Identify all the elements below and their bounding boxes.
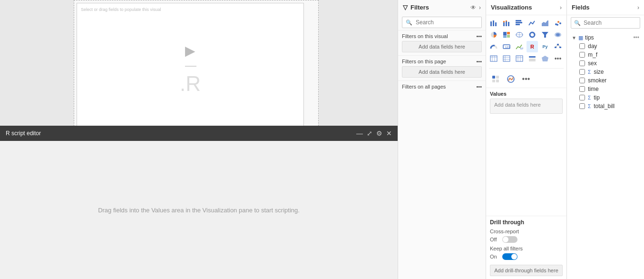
viz-funnel-icon[interactable] [539, 29, 551, 40]
svg-rect-5 [506, 21, 507, 26]
filter-section-all-header: Filters on all pages ••• [402, 84, 482, 90]
svg-rect-7 [508, 22, 509, 26]
svg-rect-19 [507, 35, 510, 38]
viz-treemap-icon[interactable] [501, 29, 512, 40]
fields-search-icon: 🔍 [574, 20, 581, 26]
drill-keep-filters-toggle[interactable] [502, 253, 517, 260]
viz-column-chart-icon[interactable] [514, 17, 525, 29]
viz-header: Visualizations › [486, 0, 566, 15]
svg-line-35 [556, 45, 558, 47]
svg-rect-50 [529, 59, 536, 60]
fields-checkbox-mf[interactable] [579, 52, 585, 58]
viz-matrix-icon[interactable] [501, 53, 512, 64]
filter-visual-add-btn[interactable]: Add data fields here [402, 41, 482, 52]
fields-group-name: tips [585, 34, 594, 41]
drill-off-label: Off [490, 237, 500, 242]
viz-values-drop[interactable]: Add data fields here [490, 99, 563, 114]
r-editor-bar-right: — ⤢ ⚙ ✕ [356, 130, 392, 137]
fields-group-menu[interactable]: ••• [633, 34, 639, 41]
svg-rect-49 [529, 56, 536, 58]
r-editor-bar: R script editor — ⤢ ⚙ ✕ [0, 126, 398, 141]
viz-title: Visualizations [491, 4, 532, 11]
viz-scatter-chart-icon[interactable] [552, 17, 564, 29]
svg-rect-9 [516, 24, 520, 25]
svg-point-15 [556, 24, 558, 26]
fields-search-input[interactable] [571, 17, 640, 29]
filter-section-page-header: Filters on this page ••• [402, 59, 482, 64]
filters-search-container: 🔍 [402, 17, 482, 28]
svg-rect-17 [503, 32, 507, 36]
svg-rect-55 [492, 80, 495, 82]
fields-item-label-day: day [588, 43, 597, 50]
svg-rect-8 [516, 22, 522, 23]
viz-card-icon[interactable]: 123 [501, 41, 512, 52]
svg-rect-51 [529, 60, 536, 61]
r-big-letter: .R [180, 72, 201, 96]
fields-header: Fields › [567, 0, 644, 15]
viz-pie-chart-icon[interactable] [488, 29, 499, 40]
viz-table-icon[interactable] [488, 53, 499, 64]
r-editor-expand-btn[interactable]: ⤢ [367, 130, 372, 137]
fields-panel: Fields › 🔍 ▼ ▦ tips ••• day [567, 0, 644, 279]
viz-donut-icon[interactable] [527, 29, 538, 40]
fields-item-smoker: smoker [570, 76, 641, 85]
viz-kpi-icon[interactable]: KPI [514, 41, 525, 52]
drill-cross-report-toggle[interactable] [502, 236, 517, 243]
viz-gauge-icon[interactable] [488, 41, 499, 52]
fields-item-tip: Σ tip [570, 93, 641, 102]
viz-python-icon[interactable]: Py [539, 41, 551, 52]
fields-checkbox-sex[interactable] [579, 60, 585, 66]
viz-matrix2-icon[interactable] [514, 53, 525, 64]
svg-text:KPI: KPI [520, 47, 523, 50]
fields-checkbox-size[interactable] [579, 69, 585, 75]
filter-section-all-menu[interactable]: ••• [476, 84, 482, 90]
fields-checkbox-total-bill[interactable] [579, 103, 585, 109]
fields-checkbox-time[interactable] [579, 86, 585, 92]
viz-format-icon[interactable] [489, 72, 502, 86]
viz-shape-map-icon[interactable] [539, 53, 551, 64]
fields-item-label-mf: m_f [588, 51, 597, 58]
svg-rect-6 [506, 20, 507, 21]
r-editor-close-btn[interactable]: ✕ [386, 130, 392, 137]
fields-item-label-time: time [588, 86, 599, 92]
viz-map-icon[interactable] [514, 29, 525, 40]
filter-page-add-btn[interactable]: Add data fields here [402, 66, 482, 78]
fields-item-label-tip: tip [594, 94, 600, 101]
filters-expand-icon[interactable]: › [479, 4, 481, 11]
svg-point-28 [556, 33, 560, 36]
viz-r-script-icon[interactable]: R [527, 41, 538, 52]
r-editor-minimize-btn[interactable]: — [356, 130, 363, 137]
filter-section-visual-header: Filters on this visual ••• [402, 33, 482, 39]
r-arrow-icon: ▶ [185, 43, 195, 59]
svg-rect-20 [503, 36, 507, 38]
fields-item-label-smoker: smoker [588, 77, 606, 84]
viz-slicer-icon[interactable] [527, 53, 538, 64]
fields-checkbox-tip[interactable] [579, 95, 585, 100]
viz-filled-map-icon[interactable] [552, 29, 564, 40]
fields-expand-icon[interactable]: › [637, 4, 639, 11]
viz-bar-chart-icon[interactable] [488, 17, 499, 29]
filter-funnel-icon: ▽ [403, 4, 408, 11]
filter-section-all: Filters on all pages ••• [398, 80, 486, 94]
r-editor-settings-btn[interactable]: ⚙ [376, 130, 382, 137]
fields-checkbox-smoker[interactable] [579, 78, 585, 83]
filter-section-visual-menu[interactable]: ••• [476, 33, 482, 39]
filter-section-visual: Filters on this visual ••• Add data fiel… [398, 30, 486, 55]
drill-add-btn[interactable]: Add drill-through fields here [490, 265, 563, 276]
fields-group-header-tips[interactable]: ▼ ▦ tips ••• [570, 33, 641, 42]
drill-keep-filters-label: Keep all filters [490, 246, 523, 251]
viz-decomp-icon[interactable] [552, 41, 564, 52]
viz-custom-icon[interactable]: ••• [552, 53, 564, 64]
viz-expand-icon[interactable]: › [560, 4, 562, 11]
viz-line-chart-icon[interactable] [527, 17, 538, 29]
viz-more-icon[interactable]: ••• [519, 72, 533, 86]
fields-item-label-total-bill: total_bill [594, 103, 615, 110]
filters-search-input[interactable] [402, 17, 482, 28]
filters-eye-icon[interactable]: 👁 [470, 4, 476, 11]
viz-analytics-icon[interactable] [504, 72, 517, 86]
fields-checkbox-day[interactable] [579, 43, 585, 49]
viz-stacked-bar-icon[interactable] [501, 17, 512, 29]
viz-panel: Visualizations › [486, 0, 567, 279]
filter-section-page-menu[interactable]: ••• [476, 59, 482, 64]
viz-area-chart-icon[interactable] [539, 17, 551, 29]
